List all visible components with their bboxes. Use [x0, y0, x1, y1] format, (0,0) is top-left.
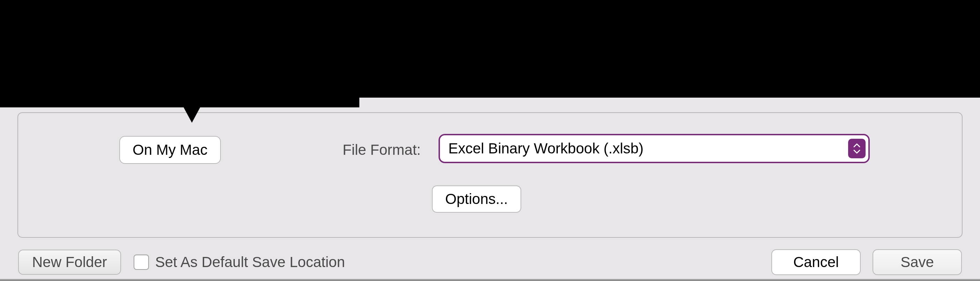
file-format-label: File Format:	[343, 141, 421, 158]
on-my-mac-label: On My Mac	[132, 141, 208, 158]
save-button[interactable]: Save	[873, 249, 962, 275]
checkbox-box-icon	[134, 254, 149, 270]
options-label: Options...	[445, 191, 508, 208]
new-folder-label: New Folder	[32, 254, 107, 270]
new-folder-button[interactable]: New Folder	[18, 249, 121, 275]
file-format-value: Excel Binary Workbook (.xlsb)	[448, 140, 860, 157]
cancel-button[interactable]: Cancel	[772, 249, 861, 275]
default-save-location-label: Set As Default Save Location	[155, 254, 345, 270]
on-my-mac-button[interactable]: On My Mac	[119, 136, 221, 164]
cancel-label: Cancel	[793, 254, 839, 270]
up-down-chevron-icon	[848, 139, 865, 158]
dialog-bottom-edge	[0, 279, 980, 281]
file-format-select[interactable]: Excel Binary Workbook (.xlsb)	[439, 134, 870, 163]
save-dialog: On My Mac File Format: Excel Binary Work…	[0, 98, 980, 281]
options-button[interactable]: Options...	[432, 186, 521, 213]
dialog-bottom-bar: New Folder Set As Default Save Location …	[0, 245, 980, 279]
default-save-location-checkbox[interactable]: Set As Default Save Location	[134, 254, 345, 270]
arrow-pointer-icon	[167, 78, 216, 123]
save-label: Save	[900, 254, 934, 270]
dialog-main-panel: On My Mac File Format: Excel Binary Work…	[18, 112, 963, 238]
